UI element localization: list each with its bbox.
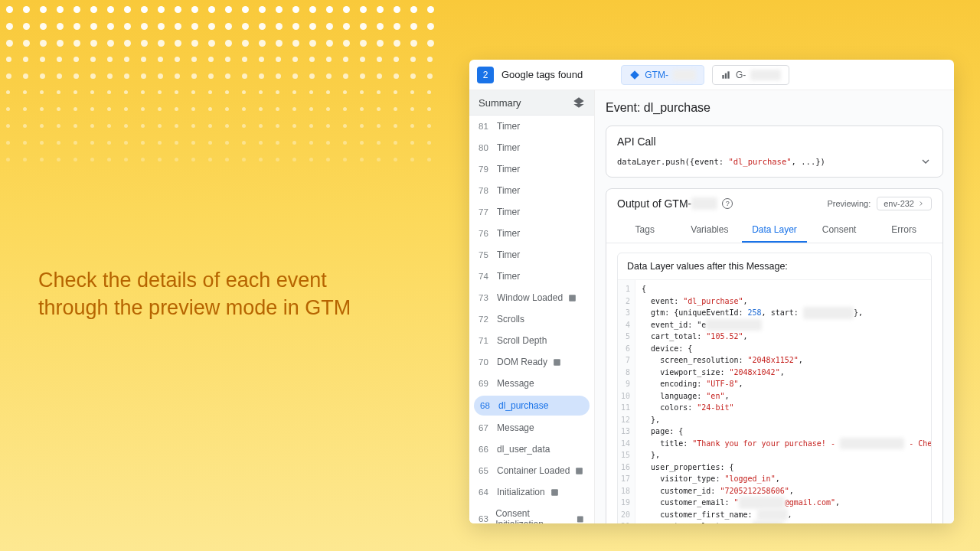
tab-consent[interactable]: Consent bbox=[807, 218, 872, 243]
help-icon[interactable]: ? bbox=[722, 198, 733, 209]
event-row[interactable]: 72Scrolls bbox=[469, 308, 594, 330]
api-call-code: dataLayer.push({event: "dl_purchase", ..… bbox=[617, 157, 825, 166]
event-number: 65 bbox=[479, 466, 492, 475]
svg-rect-3 bbox=[569, 295, 576, 302]
decorative-dots bbox=[0, 0, 459, 176]
tab-tags[interactable]: Tags bbox=[612, 218, 678, 243]
tag-count-badge: 2 bbox=[477, 67, 494, 83]
line-gutter: 1234567891011121314151617181920212223242… bbox=[618, 280, 635, 523]
event-row[interactable]: 77Timer bbox=[469, 201, 594, 223]
event-list: 81Timer80Timer79Timer78Timer77Timer76Tim… bbox=[469, 116, 594, 523]
layer-icon bbox=[576, 514, 585, 524]
event-row[interactable]: 67Message bbox=[469, 417, 594, 439]
summary-header[interactable]: Summary bbox=[469, 90, 594, 116]
event-label: Timer bbox=[497, 142, 520, 153]
event-label: Timer bbox=[497, 185, 520, 196]
event-label: Timer bbox=[497, 249, 520, 260]
event-number: 73 bbox=[479, 293, 492, 302]
svg-rect-7 bbox=[577, 516, 583, 522]
event-number: 66 bbox=[479, 445, 492, 454]
event-label: Timer bbox=[497, 164, 520, 174]
event-row[interactable]: 63Consent Initialization bbox=[469, 503, 594, 523]
event-label: DOM Ready bbox=[497, 357, 547, 367]
svg-rect-1 bbox=[725, 73, 727, 78]
gtm-preview-panel: 2 Google tags found GTM- xx G- xx Summar… bbox=[469, 60, 954, 523]
event-label: Window Loaded bbox=[497, 292, 563, 303]
event-number: 68 bbox=[480, 401, 494, 410]
code-source: { event: "dl_purchase", gtm: {uniqueEven… bbox=[635, 280, 932, 523]
layer-icon bbox=[574, 466, 584, 476]
event-row[interactable]: 81Timer bbox=[469, 116, 594, 137]
topbar: 2 Google tags found GTM- xx G- xx bbox=[469, 60, 954, 90]
marketing-caption: Check the details of each event through … bbox=[38, 266, 436, 322]
tab-errors[interactable]: Errors bbox=[871, 218, 936, 243]
output-card: Output of GTM-xx ? Previewing: env-232 T… bbox=[606, 188, 943, 523]
redacted: xx bbox=[673, 70, 696, 80]
summary-label: Summary bbox=[479, 97, 521, 109]
event-row[interactable]: 65Container Loaded bbox=[469, 460, 594, 481]
event-row[interactable]: 69Message bbox=[469, 373, 594, 394]
event-title: Event: dl_purchase bbox=[606, 101, 943, 115]
main-area: Event: dl_purchase API Call dataLayer.pu… bbox=[595, 90, 954, 523]
event-row[interactable]: 64Initialization bbox=[469, 481, 594, 503]
event-label: Timer bbox=[497, 228, 520, 239]
event-row[interactable]: 76Timer bbox=[469, 223, 594, 244]
layer-icon bbox=[567, 293, 577, 303]
svg-rect-4 bbox=[554, 359, 560, 366]
event-row[interactable]: 66dl_user_data bbox=[469, 439, 594, 460]
caption-line-2: through the preview mode in GTM bbox=[38, 296, 351, 319]
event-row[interactable]: 74Timer bbox=[469, 266, 594, 287]
api-call-card: API Call dataLayer.push({event: "dl_purc… bbox=[606, 126, 943, 178]
event-number: 67 bbox=[479, 423, 492, 432]
event-number: 80 bbox=[479, 143, 492, 152]
event-number: 63 bbox=[479, 514, 491, 523]
gtm-container-chip[interactable]: GTM- xx bbox=[621, 65, 704, 85]
event-label: Timer bbox=[497, 271, 520, 282]
event-label: Message bbox=[497, 378, 534, 389]
tab-variables[interactable]: Variables bbox=[678, 218, 743, 243]
chevron-right-icon bbox=[917, 200, 925, 207]
event-number: 71 bbox=[479, 336, 492, 345]
event-row[interactable]: 68dl_purchase bbox=[474, 396, 590, 416]
tab-data-layer[interactable]: Data Layer bbox=[742, 218, 807, 243]
event-number: 74 bbox=[479, 272, 492, 281]
event-label: dl_user_data bbox=[497, 444, 550, 455]
event-number: 70 bbox=[479, 357, 492, 367]
event-label: Container Loaded bbox=[497, 465, 570, 476]
svg-rect-6 bbox=[551, 489, 558, 496]
output-heading: Output of GTM-xx bbox=[617, 197, 717, 210]
env-chip[interactable]: env-232 bbox=[877, 197, 932, 210]
event-row[interactable]: 80Timer bbox=[469, 137, 594, 158]
event-label: Initialization bbox=[497, 487, 545, 497]
svg-rect-0 bbox=[722, 75, 724, 79]
event-label: Consent Initialization bbox=[495, 508, 571, 523]
event-number: 81 bbox=[479, 122, 492, 131]
event-number: 75 bbox=[479, 250, 492, 259]
layer-icon bbox=[550, 487, 560, 497]
ga-container-chip[interactable]: G- xx bbox=[712, 65, 789, 85]
svg-rect-5 bbox=[577, 468, 583, 474]
event-row[interactable]: 75Timer bbox=[469, 244, 594, 266]
event-number: 79 bbox=[479, 165, 492, 174]
analytics-icon bbox=[720, 70, 731, 80]
event-sidebar: Summary 81Timer80Timer79Timer78Timer77Ti… bbox=[469, 90, 595, 523]
event-number: 72 bbox=[479, 315, 492, 324]
event-label: Scroll Depth bbox=[497, 335, 547, 346]
event-number: 77 bbox=[479, 207, 492, 217]
caption-line-1: Check the details of each event bbox=[38, 269, 327, 292]
expand-icon[interactable] bbox=[920, 155, 932, 168]
event-row[interactable]: 73Window Loaded bbox=[469, 287, 594, 308]
event-row[interactable]: 71Scroll Depth bbox=[469, 330, 594, 351]
event-number: 78 bbox=[479, 186, 492, 195]
data-layer-box: Data Layer values after this Message: 12… bbox=[617, 253, 932, 523]
event-label: dl_purchase bbox=[498, 400, 548, 411]
output-tabs: TagsVariablesData LayerConsentErrors bbox=[606, 218, 942, 243]
event-label: Timer bbox=[497, 207, 520, 217]
event-row[interactable]: 78Timer bbox=[469, 180, 594, 201]
event-row[interactable]: 79Timer bbox=[469, 158, 594, 180]
event-number: 76 bbox=[479, 229, 492, 238]
data-layer-title: Data Layer values after this Message: bbox=[618, 253, 931, 280]
event-number: 69 bbox=[479, 379, 492, 388]
ga-chip-label: G- bbox=[736, 70, 746, 80]
event-row[interactable]: 70DOM Ready bbox=[469, 351, 594, 373]
